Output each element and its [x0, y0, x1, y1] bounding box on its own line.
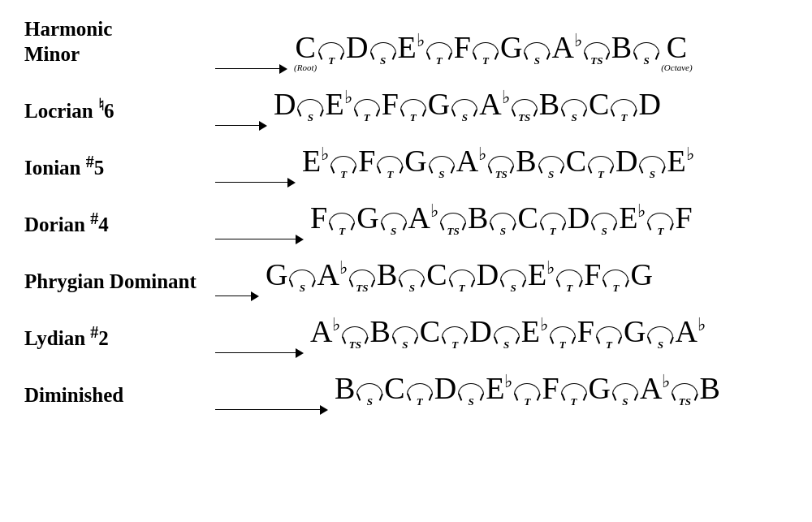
interval-label-6-6: S — [620, 395, 630, 408]
note-5-5: F — [577, 309, 594, 347]
note-0-1: D — [346, 25, 368, 63]
note-5-3: D — [469, 309, 491, 347]
note-col-4-0: G — [266, 251, 287, 301]
scale-row-4: Phrygian Dominant G S A♭ TS B S C — [24, 251, 788, 301]
notes-container-4: G S A♭ TS B S C T D — [266, 251, 653, 301]
arrow-4 — [215, 291, 259, 301]
interval-label-0-2: S — [378, 54, 388, 67]
interval-connector-5-2: S — [391, 326, 420, 358]
interval-connector-0-7: S — [632, 42, 661, 74]
note-2-2: G — [404, 139, 426, 176]
note-5-1: B — [369, 309, 390, 347]
interval-connector-5-5: T — [548, 326, 577, 358]
note-col-2-5: C — [566, 137, 586, 188]
note-6-3: E♭ — [486, 366, 512, 403]
interval-connector-0-2: S — [369, 42, 398, 74]
interval-connector-4-5: S — [499, 270, 528, 301]
note-col-6-6: A♭ — [640, 365, 670, 415]
interval-connector-0-6: TS — [582, 42, 611, 74]
scale-name-1: Locrian ♮6 — [24, 95, 215, 131]
notes-container-1: D S E♭ T F T G S A♭ — [274, 80, 661, 131]
note-col-5-7: A♭ — [675, 308, 705, 358]
interval-label-3-2: S — [388, 225, 399, 238]
notes-container-0: C(Root) T D S E♭ T F T — [294, 24, 693, 74]
note-1-3: G — [428, 82, 450, 119]
interval-label-3-4: S — [498, 225, 508, 238]
note-col-2-1: F — [358, 137, 375, 188]
note-3-6: E♭ — [619, 196, 646, 233]
interval-connector-5-4: S — [492, 326, 521, 358]
interval-connector-1-2: T — [352, 99, 382, 131]
arrow-6 — [215, 405, 328, 415]
note-3-1: G — [356, 196, 378, 233]
note-1-5: B — [539, 82, 559, 119]
interval-label-3-7: T — [654, 225, 666, 238]
scale-name-3: Dorian #4 — [24, 209, 215, 244]
interval-connector-0-3: T — [425, 42, 454, 74]
interval-connector-1-3: T — [399, 99, 428, 131]
note-0-4: G — [500, 25, 522, 63]
interval-connector-2-1: T — [329, 156, 358, 188]
note-col-6-1: C — [384, 365, 404, 415]
note-col-5-0: A♭ — [310, 308, 340, 358]
interval-label-1-7: T — [618, 111, 629, 124]
note-3-3: B — [468, 196, 488, 233]
scale-name-6: Diminished — [24, 382, 215, 414]
scale-name-4: Phrygian Dominant — [24, 269, 215, 300]
interval-label-5-5: T — [557, 339, 568, 352]
scale-name-5: Lydian #2 — [24, 322, 215, 358]
note-col-0-5: A♭ — [551, 24, 581, 74]
interval-connector-4-2: TS — [348, 270, 377, 301]
note-col-6-4: F — [542, 365, 559, 415]
note-col-3-6: E♭ — [619, 194, 646, 244]
note-col-4-4: D — [477, 251, 499, 301]
interval-label-0-7: S — [641, 54, 652, 67]
note-col-4-5: E♭ — [528, 251, 555, 301]
note-1-2: F — [382, 82, 399, 119]
note-col-5-4: E♭ — [521, 308, 548, 358]
interval-connector-6-1: S — [355, 383, 384, 415]
interval-connector-1-4: S — [450, 99, 479, 131]
note-col-5-6: G — [624, 308, 646, 358]
note-col-0-4: G — [500, 24, 522, 74]
interval-label-6-4: T — [521, 395, 533, 408]
note-col-3-7: F — [675, 194, 692, 244]
note-1-7: D — [638, 82, 660, 119]
interval-label-0-3: T — [434, 54, 445, 67]
interval-label-3-6: S — [599, 225, 610, 238]
interval-label-6-7: TS — [676, 395, 693, 408]
note-1-0: D — [274, 82, 296, 119]
interval-label-0-5: S — [532, 54, 542, 67]
notes-container-5: A♭ TS B S C T D S E♭ — [310, 308, 706, 358]
interval-connector-3-1: T — [327, 213, 356, 244]
note-6-7: B — [699, 366, 719, 403]
interval-connector-6-5: T — [559, 383, 589, 415]
note-2-4: B — [516, 139, 536, 176]
note-col-2-4: B — [516, 137, 536, 188]
interval-connector-6-4: T — [512, 383, 542, 415]
notes-container-3: F T G S A♭ TS B S C — [310, 194, 693, 244]
interval-label-4-2: TS — [353, 282, 370, 295]
arrow-3 — [215, 235, 304, 244]
notes-container-2: E♭ T F T G S A♭ TS B — [302, 137, 694, 188]
interval-label-1-4: S — [460, 111, 470, 124]
interval-label-5-1: TS — [347, 339, 364, 352]
arrow-5 — [215, 348, 304, 358]
interval-connector-2-2: T — [375, 156, 404, 188]
interval-connector-1-6: S — [559, 99, 589, 131]
interval-label-5-3: T — [449, 339, 460, 352]
interval-connector-4-3: S — [397, 270, 426, 301]
interval-label-1-3: T — [408, 111, 419, 124]
scale-name-0: HarmonicMinor — [24, 16, 215, 74]
scale-row-5: Lydian #2 A♭ TS B S C T D — [24, 308, 788, 358]
scale-row-6: Diminished B S C T D S E♭ — [24, 365, 788, 415]
note-6-4: F — [542, 366, 559, 403]
interval-connector-0-1: T — [317, 42, 346, 74]
note-col-3-0: F — [310, 194, 327, 244]
note-col-5-3: D — [469, 308, 491, 358]
note-4-1: A♭ — [317, 252, 347, 290]
interval-label-6-5: T — [568, 395, 580, 408]
note-2-5: C — [566, 139, 586, 176]
note-5-0: A♭ — [310, 309, 340, 347]
note-col-6-5: G — [589, 365, 611, 415]
